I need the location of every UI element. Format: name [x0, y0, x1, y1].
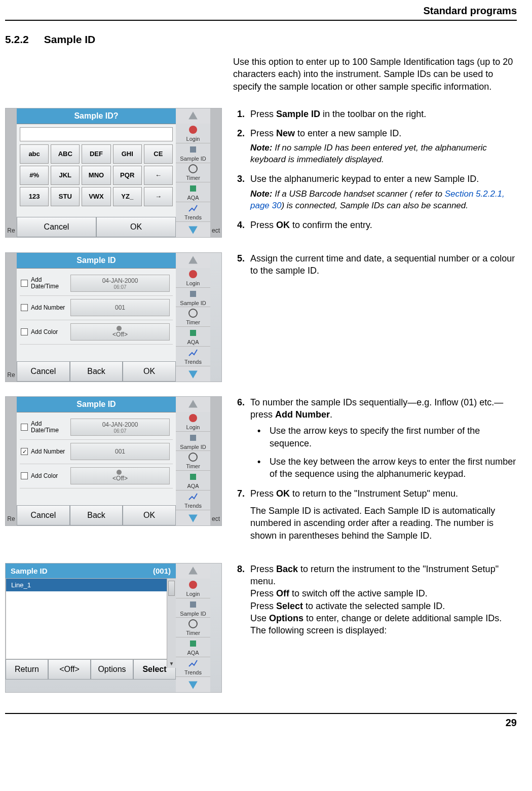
- sidebar-trends[interactable]: Trends: [176, 657, 210, 677]
- key-back[interactable]: ←: [144, 166, 173, 185]
- color-value-button[interactable]: <Off>: [70, 467, 170, 484]
- add-number-checkbox[interactable]: [21, 304, 28, 311]
- add-number-label: Add Number: [31, 448, 67, 455]
- add-datetime-label: Add Date/Time: [31, 277, 67, 290]
- scroll-down-icon[interactable]: ▼: [167, 660, 176, 668]
- intro-paragraph: Use this option to enter up to 100 Sampl…: [233, 56, 517, 93]
- ok-button[interactable]: OK: [123, 505, 176, 525]
- add-datetime-label: Add Date/Time: [31, 421, 67, 434]
- add-datetime-checkbox[interactable]: [21, 280, 28, 287]
- key-123[interactable]: 123: [20, 187, 49, 206]
- cancel-button[interactable]: Cancel: [17, 217, 96, 237]
- sidebar-login[interactable]: Login: [176, 268, 210, 288]
- key-hash[interactable]: #%: [20, 166, 49, 185]
- key-DEF[interactable]: DEF: [82, 144, 110, 164]
- add-color-checkbox[interactable]: [21, 328, 28, 335]
- list-scrollbar[interactable]: ▲ ▼: [167, 579, 176, 668]
- nav-down-icon[interactable]: [176, 677, 210, 692]
- nav-down-icon[interactable]: [176, 366, 210, 382]
- add-datetime-checkbox[interactable]: [21, 424, 28, 431]
- sidebar-trends[interactable]: Trends: [176, 491, 210, 510]
- add-color-checkbox[interactable]: [21, 472, 28, 479]
- nav-up-icon[interactable]: [176, 108, 210, 124]
- screenshot-keypad: Re Sample ID? abc ABC DEF GHI CE #% JKL: [5, 108, 222, 238]
- key-CE[interactable]: CE: [144, 144, 173, 164]
- step-2: Press New to enter a new sample ID. Note…: [247, 127, 517, 166]
- page-number: 29: [5, 717, 517, 729]
- sidebar-aqa[interactable]: AQA: [176, 471, 210, 491]
- return-button[interactable]: Return: [6, 659, 48, 680]
- ok-button[interactable]: OK: [96, 217, 176, 237]
- chapter-title: Standard programs: [5, 5, 517, 20]
- sample-id-input[interactable]: [20, 127, 173, 141]
- step-6-bullet-1: Use the arrow keys to specify the first …: [257, 425, 517, 449]
- key-PQR[interactable]: PQR: [113, 166, 142, 185]
- svg-point-0: [189, 126, 197, 134]
- nav-up-icon[interactable]: [176, 397, 210, 412]
- svg-point-8: [189, 414, 197, 422]
- svg-point-12: [189, 581, 197, 589]
- color-dot-icon: [117, 470, 122, 475]
- svg-rect-1: [190, 146, 196, 153]
- color-value-button[interactable]: <Off>: [70, 323, 170, 341]
- step-5: Assign the current time and date, a sequ…: [247, 252, 517, 277]
- datetime-value-button[interactable]: 04-JAN-200006:07: [70, 275, 170, 292]
- add-number-checkbox[interactable]: [21, 448, 28, 455]
- cancel-button[interactable]: Cancel: [17, 505, 70, 525]
- key-MNO[interactable]: MNO: [82, 166, 110, 185]
- header-rule: [5, 20, 517, 21]
- off-button[interactable]: <Off>: [48, 659, 91, 680]
- datetime-value-button[interactable]: 04-JAN-200006:07: [70, 419, 170, 436]
- key-JKL[interactable]: JKL: [51, 166, 80, 185]
- key-VWX[interactable]: VWX: [82, 187, 110, 206]
- section-title: Sample ID: [44, 33, 96, 45]
- edge-label: ect: [210, 108, 221, 237]
- sidebar-aqa[interactable]: AQA: [176, 637, 210, 657]
- step-1: Press Sample ID in the toolbar on the ri…: [247, 108, 517, 120]
- key-abc[interactable]: abc: [20, 144, 49, 164]
- sidebar-login[interactable]: Login: [176, 412, 210, 432]
- color-dot-icon: [117, 326, 122, 331]
- back-button[interactable]: Back: [70, 361, 123, 382]
- cancel-button[interactable]: Cancel: [17, 361, 70, 382]
- add-color-label: Add Color: [31, 473, 67, 479]
- step-3: Use the alphanumeric keypad to enter a n…: [247, 173, 517, 211]
- sidebar-sample-id[interactable]: Sample ID: [176, 432, 210, 451]
- sidebar-sample-id[interactable]: Sample ID: [176, 598, 210, 618]
- sidebar-aqa[interactable]: AQA: [176, 327, 210, 347]
- svg-point-14: [189, 620, 197, 628]
- note-2: Note: If a USB Barcode handset scanner (…: [250, 189, 517, 212]
- key-YZ[interactable]: YZ_: [113, 187, 142, 206]
- nav-down-icon[interactable]: [176, 510, 210, 525]
- nav-down-icon[interactable]: [176, 222, 210, 237]
- svg-rect-15: [190, 641, 196, 647]
- key-fwd[interactable]: →: [144, 187, 173, 206]
- sidebar-timer[interactable]: Timer: [176, 451, 210, 471]
- sidebar-sample-id[interactable]: Sample ID: [176, 288, 210, 308]
- key-STU[interactable]: STU: [51, 187, 80, 206]
- number-value-button[interactable]: 001: [70, 443, 170, 460]
- sidebar-timer[interactable]: Timer: [176, 307, 210, 327]
- sidebar-login[interactable]: Login: [176, 579, 210, 598]
- key-ABC[interactable]: ABC: [51, 144, 80, 164]
- sidebar-sample-id[interactable]: Sample ID: [176, 143, 210, 163]
- number-value-button[interactable]: 001: [70, 299, 170, 316]
- nav-up-icon[interactable]: [176, 253, 210, 268]
- list-item[interactable]: Line_1: [6, 579, 175, 591]
- sidebar-aqa[interactable]: AQA: [176, 182, 210, 202]
- screenshot-sample-list: Sample ID (001) Line_1 Return <Off> Opti…: [5, 563, 222, 693]
- nav-up-icon[interactable]: [176, 563, 210, 579]
- sidebar-login[interactable]: Login: [176, 124, 210, 143]
- back-button[interactable]: Back: [70, 505, 123, 525]
- footer-rule: [5, 713, 517, 714]
- dialog-title: Sample ID: [17, 397, 176, 412]
- sidebar-timer[interactable]: Timer: [176, 163, 210, 183]
- sidebar-timer[interactable]: Timer: [176, 618, 210, 637]
- scroll-thumb[interactable]: [168, 581, 175, 596]
- ok-button[interactable]: OK: [123, 361, 176, 382]
- key-GHI[interactable]: GHI: [113, 144, 142, 164]
- sidebar-trends[interactable]: Trends: [176, 347, 210, 366]
- options-button[interactable]: Options: [91, 659, 133, 680]
- sidebar-trends[interactable]: Trends: [176, 202, 210, 222]
- svg-point-6: [189, 309, 197, 317]
